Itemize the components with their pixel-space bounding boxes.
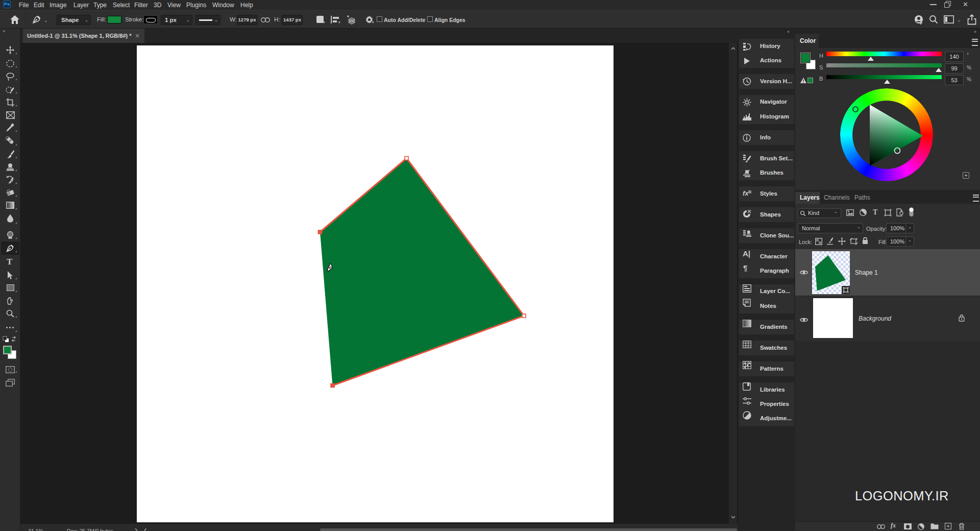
svg-text:fx: fx — [743, 189, 749, 197]
